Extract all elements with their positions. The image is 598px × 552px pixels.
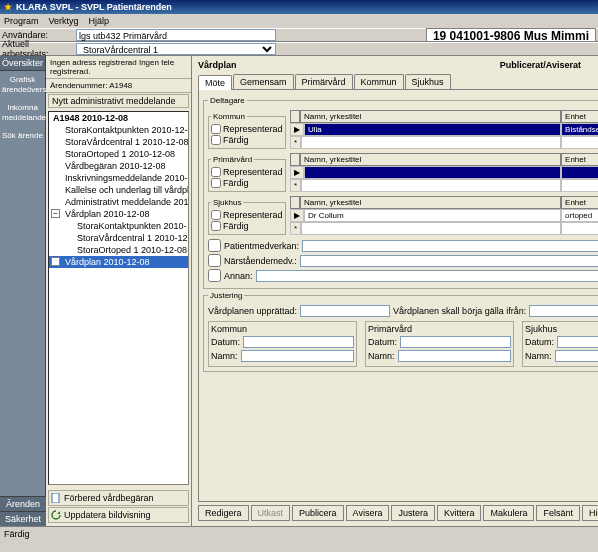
- tree-node[interactable]: Administrativt meddelande 2010: [49, 196, 188, 208]
- tree-node[interactable]: StoraKontaktpunkten 2010-12-0: [49, 124, 188, 136]
- main-area: Översikter Grafisk ärendeöversikt Inkomn…: [0, 56, 598, 526]
- sh-datum-input[interactable]: [557, 336, 598, 348]
- just-kommun: Kommun Datum: Namn:: [208, 321, 357, 367]
- prepare-care-request-button[interactable]: Förbered vårdbegäran: [48, 490, 189, 506]
- menu-program[interactable]: Program: [4, 16, 39, 26]
- patient-id-box: 19 041001-9806 Mus Mimmi: [426, 28, 596, 42]
- tree-root[interactable]: A1948 2010-12-08: [49, 112, 188, 124]
- address-info: Ingen adress registrerad Ingen tele regi…: [46, 56, 191, 79]
- kommun-namn-input[interactable]: [241, 350, 355, 362]
- tab-mote[interactable]: Möte: [198, 75, 232, 90]
- narstaende-checkbox[interactable]: [208, 254, 221, 267]
- redigera-button[interactable]: Redigera: [198, 505, 249, 521]
- patientmedverkan-checkbox[interactable]: [208, 239, 221, 252]
- new-admin-msg-button[interactable]: Nytt administrativt meddelande: [48, 94, 189, 108]
- avisera-button[interactable]: Avisera: [346, 505, 390, 521]
- menu-hjalp[interactable]: Hjälp: [89, 16, 110, 26]
- menubar: Program Verktyg Hjälp: [0, 14, 598, 28]
- action-buttons: Redigera Utkast Publicera Avisera Juster…: [194, 502, 598, 524]
- pv-namn-input[interactable]: [398, 350, 512, 362]
- tree-node-expanded[interactable]: −Vårdplan 2010-12-08: [49, 208, 188, 220]
- narstaende-input[interactable]: [300, 255, 598, 267]
- table-row[interactable]: ▶: [290, 166, 598, 179]
- table-row-new[interactable]: *: [290, 136, 598, 149]
- tree-node[interactable]: StoraOrtoped 1 2010-12-08: [49, 148, 188, 160]
- kommun-fardig-checkbox[interactable]: [211, 135, 221, 145]
- case-number: Ärendenummer: A1948: [46, 79, 191, 93]
- nav-footer-arenden[interactable]: Ärenden: [0, 496, 46, 511]
- patientmedverkan-input[interactable]: [302, 240, 598, 252]
- workplace-select[interactable]: StoraVårdcentral 1: [76, 43, 276, 55]
- update-image-button[interactable]: Uppdatera bildvisning: [48, 507, 189, 523]
- tree-node[interactable]: StoraKontaktpunkten 2010-: [49, 220, 188, 232]
- utkast-button[interactable]: Utkast: [251, 505, 291, 521]
- justera-button[interactable]: Justera: [391, 505, 435, 521]
- sh-rep-checkbox[interactable]: [211, 210, 221, 220]
- mid-panel: Ingen adress registrerad Ingen tele regi…: [46, 56, 192, 526]
- menu-verktyg[interactable]: Verktyg: [49, 16, 79, 26]
- tree-node[interactable]: Inskrivningsmeddelande 2010-1: [49, 172, 188, 184]
- refresh-icon: [51, 510, 61, 520]
- historik-button[interactable]: Historik: [582, 505, 598, 521]
- window-title: KLARA SVPL - SVPL Patientärenden: [16, 2, 172, 12]
- kommun-group: Kommun Representerad Färdig: [208, 112, 286, 149]
- document-icon: [51, 493, 61, 503]
- just-sjukhus: Sjukhus Datum: Namn:: [522, 321, 598, 367]
- sjukhus-row: Sjukhus Representerad Färdig Namn, yrkes…: [208, 196, 598, 237]
- collapse-icon[interactable]: −: [51, 209, 60, 218]
- publicera-button[interactable]: Publicera: [292, 505, 344, 521]
- right-panel: Vårdplan Publicerat/Aviserat Möte Gemens…: [192, 56, 598, 526]
- tab-gemensam[interactable]: Gemensam: [233, 74, 294, 89]
- table-row-new[interactable]: *: [290, 222, 598, 235]
- felsant-button[interactable]: Felsänt: [536, 505, 580, 521]
- tab-body: Deltagare Kommun Representerad Färdig Na…: [198, 90, 598, 502]
- justering-legend: Justering: [208, 291, 244, 300]
- tree-node[interactable]: StoraOrtoped 1 2010-12-08: [49, 244, 188, 256]
- left-nav-footer: Ärenden Säkerhet: [0, 496, 46, 526]
- primarvard-row: Primärvård Representerad Färdig Namn, yr…: [208, 153, 598, 194]
- vp-galla-input[interactable]: [529, 305, 598, 317]
- mid-bottom-buttons: Förbered vårdbegäran Uppdatera bildvisni…: [46, 487, 191, 526]
- nav-item-search[interactable]: Sök ärende: [0, 127, 45, 145]
- right-header: Vårdplan Publicerat/Aviserat: [194, 58, 598, 72]
- annan-checkbox[interactable]: [208, 269, 221, 282]
- expand-icon[interactable]: +: [51, 257, 60, 266]
- status-bar: Färdig: [0, 526, 598, 540]
- table-row[interactable]: ▶UllaBiståndsenheten: [290, 123, 598, 136]
- window-titlebar: ★ KLARA SVPL - SVPL Patientärenden: [0, 0, 598, 14]
- workplace-row: Aktuell arbetsplats: StoraVårdcentral 1: [0, 42, 598, 56]
- annan-input[interactable]: [256, 270, 598, 282]
- case-tree[interactable]: A1948 2010-12-08 StoraKontaktpunkten 201…: [48, 111, 189, 485]
- nav-item-messages[interactable]: Inkomna meddelanden: [0, 99, 45, 127]
- justering-group: Justering Vårdplanen upprättad: Vårdplan…: [203, 291, 598, 372]
- vp-upprattad-input[interactable]: [300, 305, 390, 317]
- deltagare-legend: Deltagare: [208, 96, 247, 105]
- nav-item-overview[interactable]: Grafisk ärendeöversikt: [0, 71, 45, 99]
- tab-strip: Möte Gemensam Primärvård Kommun Sjukhus: [198, 74, 598, 90]
- tree-node[interactable]: StoraVårdcentral 1 2010-12-08: [49, 136, 188, 148]
- tab-kommun[interactable]: Kommun: [354, 74, 404, 89]
- tab-sjukhus[interactable]: Sjukhus: [405, 74, 451, 89]
- makulera-button[interactable]: Makulera: [483, 505, 534, 521]
- sh-fardig-checkbox[interactable]: [211, 221, 221, 231]
- tree-node-selected[interactable]: +Vårdplan 2010-12-08: [49, 256, 188, 268]
- kommun-rep-checkbox[interactable]: [211, 124, 221, 134]
- kommun-row: Kommun Representerad Färdig Namn, yrkest…: [208, 110, 598, 151]
- primarvard-group: Primärvård Representerad Färdig: [208, 155, 286, 192]
- pv-rep-checkbox[interactable]: [211, 167, 221, 177]
- tree-node[interactable]: StoraVårdcentral 1 2010-12: [49, 232, 188, 244]
- tab-primarvard[interactable]: Primärvård: [295, 74, 353, 89]
- left-nav: Översikter Grafisk ärendeöversikt Inkomn…: [0, 56, 46, 496]
- user-row: Användare: lgs utb432 Primärvård 19 0410…: [0, 28, 598, 42]
- table-row[interactable]: ▶Dr Collumortoped: [290, 209, 598, 222]
- deltagare-group: Deltagare Kommun Representerad Färdig Na…: [203, 96, 598, 289]
- nav-footer-sakerhet[interactable]: Säkerhet: [0, 511, 46, 526]
- kommun-datum-input[interactable]: [243, 336, 354, 348]
- kvittera-button[interactable]: Kvittera: [437, 505, 482, 521]
- tree-node[interactable]: Vårdbegäran 2010-12-08: [49, 160, 188, 172]
- pv-fardig-checkbox[interactable]: [211, 178, 221, 188]
- pv-datum-input[interactable]: [400, 336, 511, 348]
- table-row-new[interactable]: *: [290, 179, 598, 192]
- tree-node[interactable]: Kallelse och underlag till vårdpl: [49, 184, 188, 196]
- sh-namn-input[interactable]: [555, 350, 598, 362]
